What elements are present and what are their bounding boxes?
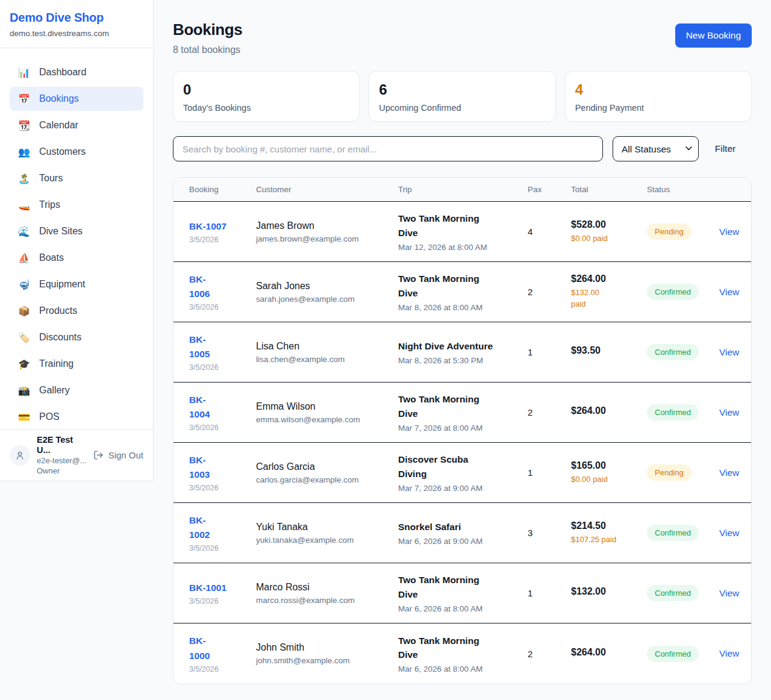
column-header-trip: Trip <box>398 185 528 194</box>
booking-id-link[interactable]: BK-1007 <box>189 219 226 234</box>
sidebar-item-customers[interactable]: 👥 Customers <box>10 140 143 164</box>
stat-card-today-s-bookings: 0 Today's Bookings <box>173 71 360 122</box>
total-amount: $264.00 <box>571 273 647 284</box>
nav-item-label: Products <box>39 305 77 316</box>
nav-item-label: Discounts <box>39 332 81 343</box>
nav-item-icon: 📆 <box>18 120 30 131</box>
nav-item-label: Dive Sites <box>39 226 83 237</box>
total-amount: $132.00 <box>571 586 647 597</box>
view-link[interactable]: View <box>719 528 739 538</box>
total-amount: $165.00 <box>571 460 647 471</box>
stat-value: 6 <box>379 82 545 98</box>
customer-email: john.smith@example.com <box>256 656 398 665</box>
customer-email: yuki.tanaka@example.com <box>256 536 398 545</box>
stat-value: 4 <box>575 82 741 98</box>
sign-out-icon <box>93 450 104 460</box>
user-role: Owner <box>37 466 87 476</box>
sidebar-item-products[interactable]: 📦 Products <box>10 299 143 323</box>
customer-email: lisa.chen@example.com <box>256 355 398 364</box>
sign-out-button[interactable]: Sign Out <box>93 450 143 460</box>
sidebar-item-training[interactable]: 🎓 Training <box>10 352 143 376</box>
user-icon <box>15 451 25 460</box>
trip-name: Two Tank Morning Dive <box>398 392 528 420</box>
customer-name: James Brown <box>256 220 398 231</box>
customer-email: james.brown@example.com <box>256 234 398 243</box>
trip-name: Snorkel Safari <box>398 520 528 534</box>
nav-item-icon: 📸 <box>18 385 30 396</box>
sidebar-item-dive-sites[interactable]: 🌊 Dive Sites <box>10 219 143 243</box>
nav-item-icon: 🎓 <box>18 358 30 370</box>
nav-item-icon: 💳 <box>18 411 30 423</box>
nav-item-icon: 🌊 <box>18 226 30 237</box>
view-link[interactable]: View <box>719 287 739 297</box>
booking-date: 3/5/2026 <box>189 236 256 244</box>
booking-id-link[interactable]: BK- 1004 <box>189 393 210 422</box>
table-row-bk-1005: BK- 1005 3/5/2026 Lisa Chen lisa.chen@ex… <box>173 322 751 383</box>
status-badge: Confirmed <box>647 646 699 662</box>
user-meta: E2E Test U... e2e-tester@... Owner <box>37 435 87 476</box>
view-link[interactable]: View <box>719 467 739 478</box>
sidebar-item-pos[interactable]: 💳 POS <box>10 405 143 429</box>
sidebar-item-tours[interactable]: 🏝️ Tours <box>10 166 143 190</box>
sidebar-item-bookings[interactable]: 📅 Bookings <box>10 87 143 111</box>
sign-out-label: Sign Out <box>108 450 143 460</box>
view-link[interactable]: View <box>719 588 739 598</box>
table-body: BK-1007 3/5/2026 James Brown james.brown… <box>173 202 751 684</box>
customer-email: sarah.jones@example.com <box>256 295 398 304</box>
nav-item-label: Tours <box>39 173 63 184</box>
booking-id-link[interactable]: BK- 1006 <box>189 272 210 301</box>
stat-value: 0 <box>183 82 349 98</box>
total-amount: $264.00 <box>571 405 647 416</box>
booking-date: 3/5/2026 <box>189 597 256 605</box>
column-header-pax: Pax <box>528 185 571 194</box>
bookings-table: Booking Customer Trip Pax Total Status B… <box>173 177 752 684</box>
booking-id-link[interactable]: BK- 1003 <box>189 453 210 482</box>
nav-item-label: Bookings <box>39 93 79 104</box>
customer-name: Lisa Chen <box>256 341 398 352</box>
stat-label: Today's Bookings <box>183 103 349 113</box>
status-badge: Confirmed <box>647 404 699 420</box>
status-filter-select[interactable]: All Statuses <box>613 136 699 161</box>
sidebar-item-gallery[interactable]: 📸 Gallery <box>10 378 143 402</box>
trip-datetime: Mar 6, 2026 at 8:00 AM <box>398 664 528 673</box>
view-link[interactable]: View <box>719 347 739 357</box>
sidebar-item-calendar[interactable]: 📆 Calendar <box>10 113 143 137</box>
view-link[interactable]: View <box>719 648 739 658</box>
column-header-booking: Booking <box>189 185 256 194</box>
sidebar-nav: 📊 Dashboard 📅 Bookings 📆 Calendar 👥 Cust… <box>0 48 153 429</box>
table-row-bk-1002: BK- 1002 3/5/2026 Yuki Tanaka yuki.tanak… <box>173 503 751 563</box>
page-header: Bookings 8 total bookings New Booking <box>173 20 752 55</box>
sidebar-item-dashboard[interactable]: 📊 Dashboard <box>10 60 143 84</box>
trip-name: Night Dive Adventure <box>398 339 528 353</box>
sidebar-item-boats[interactable]: ⛵ Boats <box>10 246 143 270</box>
filter-button[interactable]: Filter <box>699 143 752 154</box>
nav-item-icon: 🏝️ <box>18 173 30 184</box>
sidebar-item-discounts[interactable]: 🏷️ Discounts <box>10 325 143 349</box>
booking-id-link[interactable]: BK-1001 <box>189 581 226 595</box>
total-amount: $528.00 <box>571 219 647 230</box>
paid-amount: $0.00 paid <box>571 474 647 486</box>
nav-item-label: Dashboard <box>39 67 86 78</box>
nav-item-label: Calendar <box>39 120 78 131</box>
booking-id-link[interactable]: BK- 1002 <box>189 513 210 542</box>
nav-item-icon: 📊 <box>18 67 30 78</box>
nav-item-icon: 🤿 <box>18 279 30 290</box>
view-link[interactable]: View <box>719 227 739 237</box>
filter-row: All Statuses Filter <box>173 136 752 161</box>
customer-name: John Smith <box>256 642 398 653</box>
column-header-status: Status <box>647 185 719 194</box>
view-link[interactable]: View <box>719 407 739 417</box>
stat-label: Pending Payment <box>575 103 741 113</box>
new-booking-button[interactable]: New Booking <box>675 23 752 48</box>
search-input[interactable] <box>173 136 603 161</box>
sidebar-item-equipment[interactable]: 🤿 Equipment <box>10 272 143 296</box>
booking-id-link[interactable]: BK- 1000 <box>189 634 210 663</box>
sidebar-item-trips[interactable]: 🚤 Trips <box>10 193 143 217</box>
trip-datetime: Mar 6, 2026 at 8:00 AM <box>398 604 528 613</box>
nav-item-icon: 🏷️ <box>18 332 30 343</box>
status-badge: Confirmed <box>647 585 699 601</box>
app-domain: demo.test.divestreams.com <box>10 29 143 38</box>
booking-id-link[interactable]: BK- 1005 <box>189 333 210 361</box>
pax-count: 1 <box>528 347 571 357</box>
table-row-bk-1001: BK-1001 3/5/2026 Marco Rossi marco.rossi… <box>173 563 751 623</box>
